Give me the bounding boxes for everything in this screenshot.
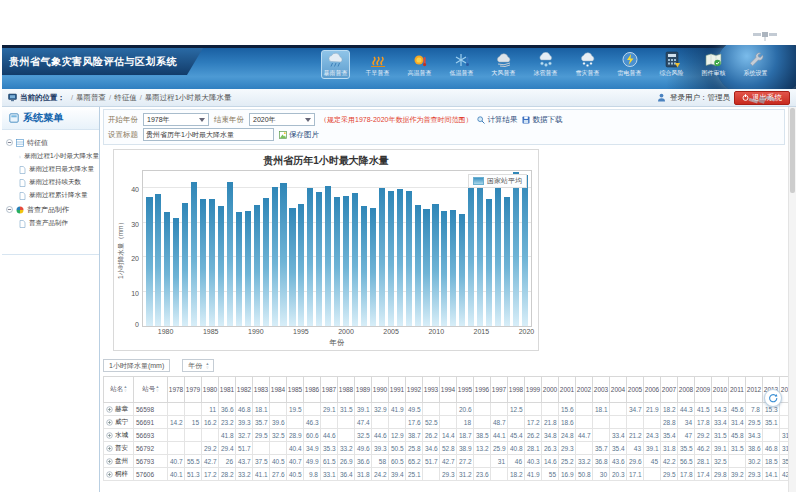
sort-icons[interactable]: ▴▿ — [206, 362, 208, 370]
col-header-year-2012[interactable]: 2012 — [746, 377, 763, 403]
toolbar-item-snow[interactable]: 雪灾普查 — [573, 50, 602, 79]
toolbar-item-wind[interactable]: 大风普查 — [489, 50, 518, 79]
col-header-year-1991[interactable]: 1991 — [389, 377, 406, 403]
col-header-year-1998[interactable]: 1998 — [508, 377, 525, 403]
station-name-cell[interactable]: 盘州 — [104, 455, 134, 468]
col-header-year-2005[interactable]: 2005 — [627, 377, 644, 403]
breadcrumb-item[interactable]: 暴雨过程1小时最大降水量 — [145, 93, 232, 103]
table-row-56691[interactable]: 威宁5669114.21516.223.239.335.739.646.347.… — [104, 416, 797, 429]
refresh-button[interactable] — [764, 389, 782, 407]
expand-icon[interactable] — [106, 406, 113, 413]
sort-icons[interactable]: ▴▿ — [156, 385, 158, 393]
col-header-year-1999[interactable]: 1999 — [525, 377, 542, 403]
chart-title-input[interactable] — [143, 128, 274, 141]
collapse-icon[interactable] — [6, 206, 13, 213]
x-tick-label: 1985 — [203, 328, 219, 335]
col-header-year-1993[interactable]: 1993 — [423, 377, 440, 403]
sidebar-item-product-making[interactable]: 普查产品制作 — [6, 217, 99, 230]
toolbar-item-settings[interactable]: 系统设置 — [741, 50, 770, 79]
toolbar-item-map-review[interactable]: 图件审核 — [699, 50, 728, 79]
col-header-year-1978[interactable]: 1978 — [168, 377, 185, 403]
station-name-cell[interactable]: 水城 — [104, 429, 134, 442]
expand-icon[interactable] — [106, 445, 113, 452]
col-header-year-1982[interactable]: 1982 — [236, 377, 253, 403]
col-header-year-1979[interactable]: 1979 — [185, 377, 202, 403]
sidebar-group-feature-values[interactable]: 特征值 — [6, 135, 99, 150]
table-row-56792[interactable]: 普安5679229.229.451.740.434.935.333.249.63… — [104, 442, 797, 455]
sidebar-item-hourly-max-precip[interactable]: 暴雨过程1小时最大降水量 — [6, 150, 99, 163]
station-name-cell[interactable]: 威宁 — [104, 416, 134, 429]
save-image-button[interactable]: 保存图片 — [279, 130, 319, 140]
col-header-year-1996[interactable]: 1996 — [474, 377, 491, 403]
sidebar-group-product-making[interactable]: 普查产品制作 — [6, 202, 99, 217]
col-header-station-id[interactable]: 站号▴▿ — [134, 377, 168, 403]
col-header-year-1990[interactable]: 1990 — [372, 377, 389, 403]
col-header-year-2011[interactable]: 2011 — [729, 377, 746, 403]
expand-icon[interactable] — [106, 471, 113, 478]
value-cell-1983: 35.7 — [253, 416, 270, 429]
col-header-year-1987[interactable]: 1987 — [321, 377, 338, 403]
toolbar-item-lowtemp[interactable]: 低温普查 — [447, 50, 476, 79]
col-header-year-1985[interactable]: 1985 — [287, 377, 304, 403]
sidebar-item-cumulative-precip[interactable]: 暴雨过程累计降水量 — [6, 189, 99, 202]
col-header-year-1995[interactable]: 1995 — [457, 377, 474, 403]
vertical-scrollbar[interactable] — [788, 107, 796, 492]
col-header-year-2008[interactable]: 2008 — [678, 377, 695, 403]
value-cell-2004 — [610, 403, 627, 416]
breadcrumb-item[interactable]: 暴雨普查 — [76, 93, 106, 103]
col-header-year-2004[interactable]: 2004 — [610, 377, 627, 403]
toolbar-item-lightning[interactable]: 雷电普查 — [615, 50, 644, 79]
value-cell-2008: 56.5 — [678, 455, 695, 468]
col-header-station[interactable]: 站名▴▿ — [104, 377, 134, 403]
col-header-year-1986[interactable]: 1986 — [304, 377, 321, 403]
col-header-year-1988[interactable]: 1988 — [338, 377, 355, 403]
col-header-year-2000[interactable]: 2000 — [542, 377, 559, 403]
col-header-year-2002[interactable]: 2002 — [576, 377, 593, 403]
toolbar-item-hightemp[interactable]: 高温普查 — [405, 50, 434, 79]
col-header-year-2009[interactable]: 2009 — [695, 377, 712, 403]
value-cell-1985: 28.9 — [287, 429, 304, 442]
col-header-year-1997[interactable]: 1997 — [491, 377, 508, 403]
table-row-56598[interactable]: 赫章565981136.646.818.119.529.131.539.132.… — [104, 403, 797, 416]
table-row-56793[interactable]: 盘州5679340.755.542.72643.737.540.540.749.… — [104, 455, 797, 468]
col-header-year-2003[interactable]: 2003 — [593, 377, 610, 403]
breadcrumb-item[interactable]: 特征值 — [114, 93, 137, 103]
toolbar-item-risk[interactable]: 综合风险 — [657, 50, 686, 79]
col-header-year-1980[interactable]: 1980 — [202, 377, 219, 403]
col-header-year-1989[interactable]: 1989 — [355, 377, 372, 403]
toolbar-item-rainstorm[interactable]: 暴雨普查 — [321, 50, 350, 79]
col-header-year-2006[interactable]: 2006 — [644, 377, 661, 403]
table-row-56693[interactable]: 水城5669341.832.729.532.528.960.644.632.54… — [104, 429, 797, 442]
col-header-year-2007[interactable]: 2007 — [661, 377, 678, 403]
collapse-icon[interactable] — [6, 139, 13, 146]
toolbar-item-hail[interactable]: 冰雹普查 — [531, 50, 560, 79]
value-cell-1978 — [168, 442, 185, 455]
scrollbar-thumb[interactable] — [790, 108, 795, 193]
y-tick-label: 30 — [131, 221, 139, 228]
download-button[interactable]: 数据下载 — [522, 115, 562, 125]
col-header-year-2010[interactable]: 2010 — [712, 377, 729, 403]
table-row-57606[interactable]: 桐梓5760640.151.317.228.233.241.127.640.59… — [104, 468, 797, 481]
expand-icon[interactable] — [106, 432, 113, 439]
col-header-year-2001[interactable]: 2001 — [559, 377, 576, 403]
col-header-year-1994[interactable]: 1994 — [440, 377, 457, 403]
col-header-year-1981[interactable]: 1981 — [219, 377, 236, 403]
sidebar-item-daily-max-precip[interactable]: 暴雨过程日最大降水量 — [6, 163, 99, 176]
col-header-year-1983[interactable]: 1983 — [253, 377, 270, 403]
col-header-year-1984[interactable]: 1984 — [270, 377, 287, 403]
value-cell-1991 — [389, 416, 406, 429]
year-dimension-box[interactable]: 年份 ▴▿ — [182, 359, 214, 372]
expand-icon[interactable] — [106, 458, 113, 465]
col-header-year-1992[interactable]: 1992 — [406, 377, 423, 403]
end-year-select[interactable]: 2020年 — [249, 113, 315, 126]
station-name-cell[interactable]: 桐梓 — [104, 468, 134, 481]
toolbar-item-drought[interactable]: 干旱普查 — [363, 50, 392, 79]
value-dimension-box[interactable]: 1小时降水量(mm) — [103, 359, 170, 372]
station-name-cell[interactable]: 普安 — [104, 442, 134, 455]
station-name-cell[interactable]: 赫章 — [104, 403, 134, 416]
expand-icon[interactable] — [106, 419, 113, 426]
sidebar-item-duration-days[interactable]: 暴雨过程持续天数 — [6, 176, 99, 189]
sort-icons[interactable]: ▴▿ — [124, 385, 126, 393]
calculate-button[interactable]: 计算结果 — [477, 115, 517, 125]
start-year-select[interactable]: 1978年 — [143, 113, 209, 126]
